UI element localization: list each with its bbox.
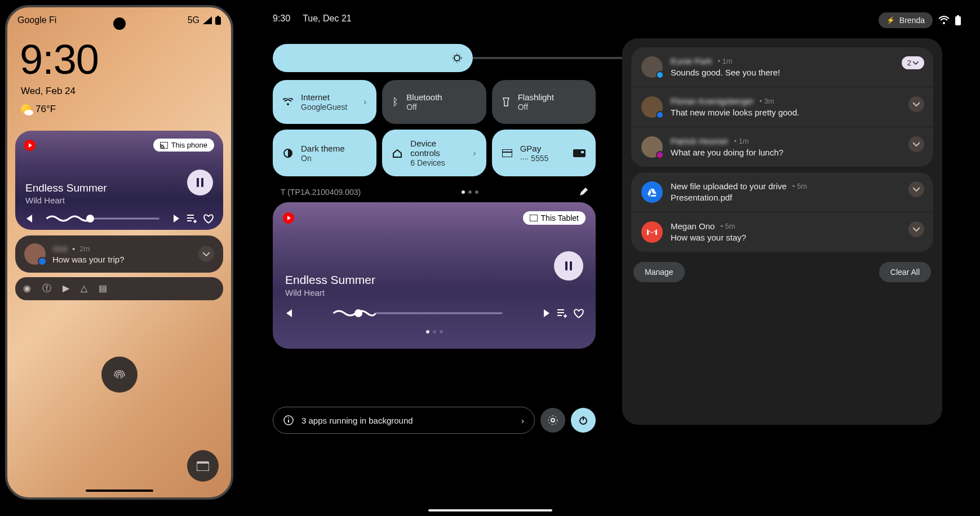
chevron-right-icon: ›: [473, 148, 476, 158]
notification-item[interactable]: Eunie Park• 1m Sounds good. See you ther…: [631, 47, 933, 87]
user-name: Brenda: [899, 16, 925, 25]
messenger-badge-icon: [656, 151, 664, 159]
edit-button[interactable]: [579, 188, 588, 197]
notification-panel: Eunie Park• 1m Sounds good. See you ther…: [622, 38, 942, 425]
weather-widget[interactable]: 76°F: [7, 99, 231, 119]
chevron-right-icon: ›: [521, 416, 524, 425]
count-chip[interactable]: 2: [902, 56, 924, 69]
phone-home-bar[interactable]: [86, 490, 153, 492]
qs-tile-flashlight[interactable]: FlashlightOff: [492, 80, 596, 124]
qs-tile-darktheme[interactable]: Dark themeOn: [273, 130, 376, 176]
tablet-nav-bar[interactable]: [428, 509, 552, 511]
expand-button[interactable]: [908, 96, 924, 112]
cast-icon: [160, 142, 168, 149]
media-page-indicator: [273, 330, 596, 339]
tile-sub: ···· 5555: [520, 154, 565, 163]
notif-message: That new movie looks pretty good.: [671, 108, 923, 117]
progress-slider[interactable]: [39, 213, 167, 224]
signal-icon: [203, 16, 212, 24]
notif-time: 2m: [79, 244, 90, 253]
pause-button[interactable]: [554, 251, 583, 281]
tile-title: Internet: [301, 92, 356, 102]
tile-sub: 6 Devices: [410, 158, 465, 167]
media-card-phone[interactable]: This phone Endless Summer Wild Heart: [15, 131, 223, 230]
settings-button[interactable]: [540, 408, 565, 433]
manage-button[interactable]: Manage: [633, 262, 685, 282]
tile-title: Bluetooth: [406, 92, 476, 102]
notification-item[interactable]: Florian Koenigsberger• 3m That new movie…: [631, 87, 933, 127]
cast-label: This Tablet: [541, 213, 579, 223]
prev-button[interactable]: [284, 309, 293, 317]
notif-message: What are you doing for lunch?: [671, 148, 923, 157]
chevron-down-icon: [913, 142, 920, 146]
card-icon: [502, 149, 512, 157]
temperature-label: 76°F: [36, 104, 56, 115]
chevron-down-icon: [913, 227, 920, 232]
favorite-button[interactable]: [203, 213, 214, 224]
chevron-down-icon: [203, 252, 210, 256]
cast-chip[interactable]: This phone: [153, 139, 214, 152]
expand-button[interactable]: [198, 246, 214, 262]
progress-slider[interactable]: [299, 308, 537, 319]
brightness-slider[interactable]: [273, 44, 473, 72]
drive-app-icon: [641, 181, 663, 203]
user-chip[interactable]: ⚡ Brenda: [879, 12, 933, 28]
svg-rect-0: [215, 17, 221, 25]
notif-title: New file uploaded to your drive: [671, 181, 787, 191]
svg-point-5: [943, 22, 945, 24]
messages-badge-icon: [656, 111, 664, 119]
ytmusic-icon: [24, 140, 36, 151]
tablet-status-bar: 9:30 Tue, Dec 21: [273, 14, 352, 24]
sender-name: Alok: [52, 244, 68, 253]
expand-button[interactable]: [908, 136, 924, 152]
notification-item[interactable]: Patrick Hosmer• 1m What are you doing fo…: [631, 127, 933, 167]
prev-button[interactable]: [24, 215, 33, 223]
doc-icon: ▤: [99, 283, 107, 295]
flashlight-icon: [502, 97, 510, 107]
camera-hole: [113, 17, 126, 30]
queue-button[interactable]: [187, 214, 197, 223]
svg-rect-16: [530, 215, 538, 221]
fingerprint-button[interactable]: [101, 357, 138, 393]
sender-name: Patrick Hosmer: [671, 136, 729, 146]
notification-item[interactable]: New file uploaded to your drive• 5m Pres…: [631, 172, 933, 212]
bg-apps-button[interactable]: 3 apps running in background ›: [273, 407, 535, 434]
power-button[interactable]: [571, 408, 596, 433]
chevron-down-icon: [913, 102, 920, 106]
tile-sub: On: [301, 154, 366, 163]
drive-icon: △: [81, 283, 87, 295]
phone-lockscreen: Google Fi 5G 9:30 Wed, Feb 24 76°F This …: [5, 5, 233, 500]
home-icon: [392, 149, 402, 158]
qs-tile-internet[interactable]: InternetGoogleGuest ›: [273, 80, 376, 124]
notification-card-phone[interactable]: Alok • 2m How was your trip?: [15, 235, 223, 273]
chevron-down-icon: [913, 187, 920, 192]
queue-button[interactable]: [557, 309, 567, 318]
clear-all-button[interactable]: Clear All: [879, 262, 931, 282]
favorite-button[interactable]: [573, 308, 584, 318]
qs-tile-bluetooth[interactable]: ᛒ BluetoothOff: [382, 80, 486, 124]
profile-icon: ◉: [23, 283, 31, 295]
expand-button[interactable]: [908, 221, 924, 237]
fingerprint-icon: [111, 366, 128, 383]
expand-button[interactable]: [908, 181, 924, 197]
brightness-icon: [451, 52, 463, 64]
tablet-icon: [530, 215, 538, 221]
lockscreen-date: Wed, Feb 24: [7, 83, 231, 99]
next-button[interactable]: [172, 215, 181, 223]
chevron-right-icon: ›: [363, 97, 366, 107]
avatar: [641, 136, 663, 158]
avatar: [24, 243, 46, 265]
avatar: [641, 96, 663, 118]
cast-chip[interactable]: This Tablet: [523, 211, 586, 225]
next-button[interactable]: [543, 309, 552, 317]
qs-tile-devicecontrols[interactable]: Device controls6 Devices ›: [382, 130, 486, 176]
wallet-button[interactable]: [187, 450, 219, 482]
media-card-tablet[interactable]: This Tablet Endless Summer Wild Heart: [273, 202, 596, 349]
youtube-icon: ▶: [63, 283, 69, 295]
battery-icon: [215, 16, 221, 25]
svg-point-20: [288, 417, 289, 419]
qs-tile-gpay[interactable]: GPay···· 5555: [492, 130, 596, 176]
pause-button[interactable]: [187, 170, 213, 195]
notification-item[interactable]: Megan Ono• 5m How was your stay?: [631, 212, 933, 252]
notification-icon-row[interactable]: ◉ ⓕ ▶ △ ▤: [15, 277, 223, 300]
